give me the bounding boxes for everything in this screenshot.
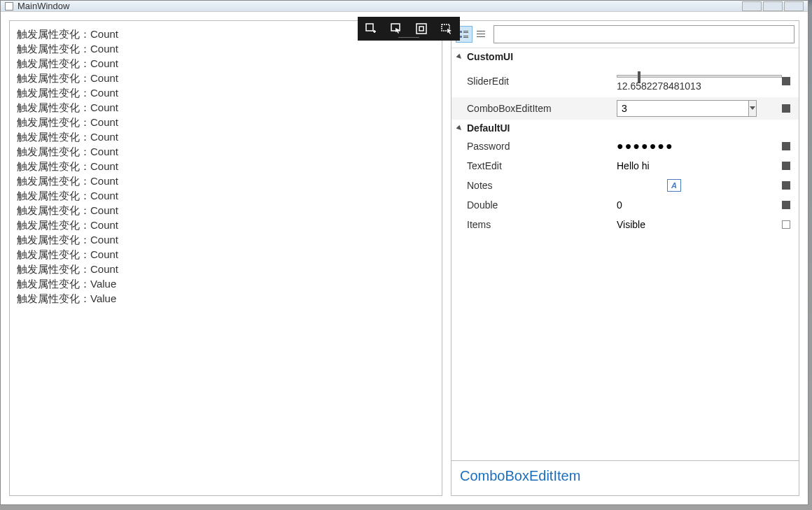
property-search-input[interactable]: [493, 25, 794, 43]
slider-track[interactable]: [617, 75, 782, 78]
property-toolbar: [451, 21, 799, 48]
log-line: 触发属性变化：Count: [17, 218, 435, 232]
prop-label-combobox: ComboBoxEditItem: [451, 97, 612, 120]
property-grid[interactable]: CustomUI SliderEdit 12.6582278481013: [451, 48, 799, 460]
log-line: 触发属性变化：Count: [17, 159, 435, 173]
prop-marker[interactable]: [782, 220, 790, 229]
group-label: DefaultUI: [467, 122, 510, 134]
prop-value-items[interactable]: Visible: [612, 215, 799, 234]
prop-value-password[interactable]: ●●●●●●●: [612, 136, 799, 156]
log-line: 触发属性变化：Count: [17, 85, 435, 100]
prop-row-double: Double 0: [451, 195, 799, 215]
items-value: Visible: [617, 219, 645, 230]
track-focus-icon: [440, 22, 453, 35]
prop-value-notes[interactable]: A: [612, 176, 799, 195]
maximize-button[interactable]: [763, 1, 783, 11]
debug-tool-4[interactable]: [439, 21, 454, 36]
prop-row-combobox: ComboBoxEditItem: [451, 97, 799, 120]
log-line: 触发属性变化：Count: [17, 56, 435, 71]
log-line: 触发属性变化：Count: [17, 100, 435, 115]
log-line: 触发属性变化：Count: [17, 115, 435, 129]
prop-marker[interactable]: [782, 201, 790, 209]
prop-value-slideredit[interactable]: 12.6582278481013: [612, 65, 799, 97]
toolbar-grip[interactable]: [398, 37, 419, 39]
group-defaultui[interactable]: DefaultUI: [451, 120, 799, 136]
log-line: 触发属性变化：Count: [17, 129, 435, 144]
prop-label-password: Password: [451, 136, 612, 156]
prop-row-password: Password ●●●●●●●: [451, 136, 799, 156]
add-control-icon: [365, 22, 377, 35]
textedit-value: Hello hi: [617, 160, 650, 171]
prop-label-textedit: TextEdit: [451, 156, 612, 176]
log-panel[interactable]: 触发属性变化：Count触发属性变化：Count触发属性变化：Count触发属性…: [9, 20, 442, 496]
description-panel: ComboBoxEditItem: [451, 460, 799, 495]
combobox-input[interactable]: [617, 101, 748, 116]
svg-rect-4: [463, 36, 468, 36]
prop-marker[interactable]: [782, 77, 790, 85]
alphabetical-view-button[interactable]: [472, 26, 489, 43]
prop-row-textedit: TextEdit Hello hi: [451, 156, 799, 176]
log-line: 触发属性变化：Count: [17, 144, 435, 159]
debug-tool-1[interactable]: [363, 21, 379, 36]
prop-marker[interactable]: [782, 162, 790, 170]
prop-value-textedit[interactable]: Hello hi: [612, 156, 799, 176]
svg-rect-8: [477, 36, 485, 37]
svg-rect-7: [477, 34, 485, 34]
debug-tool-3[interactable]: [414, 21, 429, 36]
log-line: 触发属性变化：Count: [17, 247, 435, 262]
slider-value-text: 12.6582278481013: [617, 80, 782, 92]
debug-tool-2[interactable]: [388, 21, 404, 36]
prop-label-items: Items: [451, 215, 612, 234]
svg-rect-9: [366, 24, 373, 31]
prop-row-items: Items Visible: [451, 215, 799, 234]
svg-rect-14: [419, 27, 424, 31]
prop-marker[interactable]: [782, 181, 790, 190]
prop-label-double: Double: [451, 195, 612, 215]
categorized-icon: [459, 29, 469, 39]
svg-rect-3: [460, 36, 462, 38]
expander-icon: [456, 125, 463, 132]
slider-thumb[interactable]: [638, 71, 640, 83]
close-button[interactable]: [784, 1, 804, 11]
prop-label-notes: Notes: [451, 176, 612, 195]
log-line: 触发属性变化：Count: [17, 41, 435, 56]
log-line: 触发属性变化：Count: [17, 71, 435, 85]
group-label: CustomUI: [467, 51, 513, 62]
expander-icon: [456, 53, 463, 60]
double-value: 0: [617, 199, 622, 211]
notes-edit-icon[interactable]: A: [667, 179, 681, 192]
main-window: MainWindow 触发属性变化：Count触发属性变化：Count触发属性变…: [0, 0, 808, 505]
minimize-button[interactable]: [742, 1, 762, 11]
client-area: 触发属性变化：Count触发属性变化：Count触发属性变化：Count触发属性…: [1, 12, 808, 504]
log-line: 触发属性变化：Count: [17, 173, 435, 188]
select-element-icon: [390, 22, 402, 35]
titlebar[interactable]: MainWindow: [1, 1, 808, 12]
log-line: 触发属性变化：Value: [17, 291, 435, 306]
svg-rect-0: [460, 31, 462, 33]
group-customui[interactable]: CustomUI: [451, 48, 799, 65]
prop-marker[interactable]: [782, 104, 790, 113]
prop-value-combobox[interactable]: [612, 97, 799, 120]
prop-label-slideredit: SliderEdit: [451, 65, 612, 97]
log-line: 触发属性变化：Count: [17, 188, 435, 203]
window-title: MainWindow: [18, 1, 69, 11]
log-line: 触发属性变化：Count: [17, 232, 435, 247]
combobox[interactable]: [617, 100, 757, 117]
app-icon: [5, 2, 13, 10]
log-line: 触发属性变化：Count: [17, 262, 435, 276]
prop-row-slideredit: SliderEdit 12.6582278481013: [451, 65, 799, 97]
log-line: 触发属性变化：Count: [17, 203, 435, 218]
combobox-dropdown-button[interactable]: [748, 101, 756, 116]
debug-toolbar[interactable]: [358, 17, 460, 41]
description-text: ComboBoxEditItem: [460, 468, 580, 483]
view-mode-buttons: [456, 26, 489, 43]
svg-rect-13: [416, 24, 426, 34]
log-line: 触发属性变化：Value: [17, 276, 435, 291]
prop-marker[interactable]: [782, 142, 790, 150]
chevron-down-icon: [750, 106, 755, 111]
svg-rect-1: [463, 31, 468, 31]
layout-bounds-icon: [415, 22, 428, 35]
window-controls: [742, 1, 804, 11]
svg-rect-6: [477, 31, 485, 31]
prop-value-double[interactable]: 0: [612, 195, 799, 215]
